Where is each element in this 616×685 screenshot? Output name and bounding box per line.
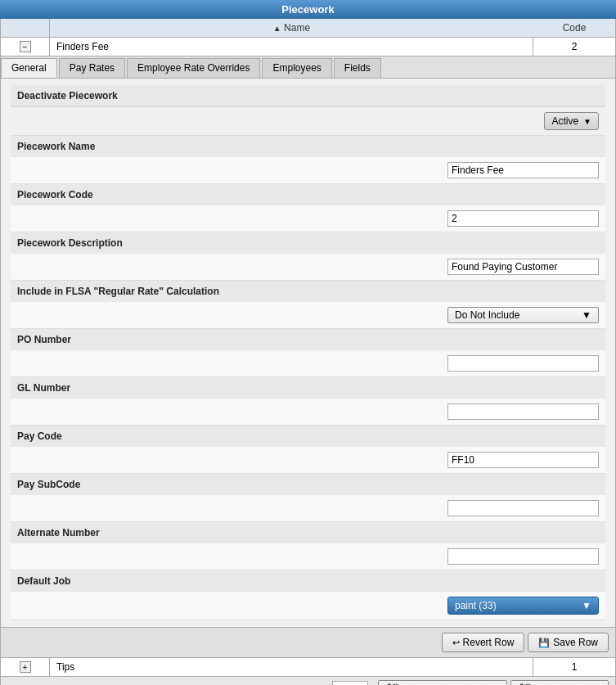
main-container: Piecework ▲ Name Code − Finders Fee 2 Ge…: [0, 0, 616, 685]
pay-subcode-input[interactable]: [447, 500, 599, 516]
revert-label: Revert Row: [463, 637, 515, 648]
default-job-dropdown-button[interactable]: paint (33) ▼: [447, 597, 599, 615]
row-code-cell: 2: [533, 38, 615, 56]
po-number-label: PO Number: [17, 334, 71, 345]
pay-code-label-row: Pay Code: [11, 426, 605, 447]
save-icon: 💾: [538, 638, 550, 648]
save-row-button[interactable]: 💾 Save Row: [528, 633, 609, 652]
bottom-row-name-value: Tips: [56, 661, 74, 673]
row-name-value: Finders Fee: [56, 41, 109, 52]
gl-number-section: GL Number: [11, 377, 605, 426]
bottom-row-name-cell: Tips: [50, 658, 533, 676]
piecework-description-label-row: Piecework Description: [11, 232, 605, 254]
bottom-expand-button[interactable]: +: [1, 658, 50, 676]
page-size-dropdown[interactable]: 100 ▼: [332, 681, 368, 685]
code-column-header[interactable]: Code: [533, 19, 615, 37]
po-number-input-row: [11, 350, 605, 376]
plus-icon[interactable]: +: [20, 661, 31, 673]
name-column-header[interactable]: ▲ Name: [50, 19, 533, 37]
default-job-arrow: ▼: [582, 600, 591, 611]
dropdown-arrow-icon: ▼: [583, 117, 591, 126]
default-job-input-row: paint (33) ▼: [11, 592, 605, 620]
row-code-value: 2: [572, 41, 578, 52]
gl-number-label-row: GL Number: [11, 377, 605, 399]
po-number-input[interactable]: [447, 355, 599, 372]
po-number-label-row: PO Number: [11, 329, 605, 350]
piecework-name-input-row: [11, 157, 605, 183]
piecework-code-input-row: [11, 205, 605, 232]
default-job-label: Default Job: [17, 575, 70, 587]
save-label: Save Row: [553, 637, 598, 648]
piecework-name-label-row: Piecework Name: [11, 136, 605, 157]
tab-fields[interactable]: Fields: [334, 58, 381, 78]
export-row: 100 ▼ 💾 Export displayed rows 💾 Export a…: [0, 677, 616, 685]
bottom-row-code-value: 1: [572, 661, 578, 673]
piecework-description-section: Piecework Description: [11, 232, 605, 281]
tab-employees[interactable]: Employees: [262, 58, 331, 78]
bottom-grid-row: + Tips 1: [0, 658, 616, 677]
alternate-number-input-row: [11, 543, 605, 570]
flsa-label-row: Include in FLSA "Regular Rate" Calculati…: [11, 281, 605, 302]
pay-code-input[interactable]: [447, 452, 599, 468]
alternate-number-label: Alternate Number: [17, 527, 100, 539]
action-buttons: ↩ Revert Row 💾 Save Row: [1, 627, 615, 657]
deactivate-label: Deactivate Piecework: [17, 90, 599, 101]
pay-subcode-section: Pay SubCode: [11, 474, 605, 522]
default-job-value: paint (33): [455, 600, 497, 611]
piecework-description-input-row: [11, 254, 605, 280]
sort-arrow-icon: ▲: [273, 24, 281, 33]
piecework-name-label: Piecework Name: [17, 141, 95, 152]
pay-subcode-label-row: Pay SubCode: [11, 474, 605, 495]
alternate-number-section: Alternate Number: [11, 522, 605, 570]
tab-bar: General Pay Rates Employee Rate Override…: [1, 56, 615, 79]
grid-header: ▲ Name Code: [0, 19, 616, 38]
export-displayed-button[interactable]: 💾 Export displayed rows: [378, 680, 507, 685]
piecework-description-label: Piecework Description: [17, 237, 123, 249]
code-column-label: Code: [563, 22, 587, 34]
pay-subcode-label: Pay SubCode: [17, 479, 80, 490]
flsa-dropdown-button[interactable]: Do Not Include ▼: [447, 307, 599, 323]
flsa-dropdown-arrow: ▼: [582, 309, 591, 321]
gl-number-input[interactable]: [447, 403, 599, 420]
pay-subcode-input-row: [11, 495, 605, 521]
tab-panel: General Pay Rates Employee Rate Override…: [0, 56, 616, 658]
piecework-code-input[interactable]: [447, 210, 599, 227]
alternate-number-label-row: Alternate Number: [11, 522, 605, 543]
piecework-name-input[interactable]: [447, 162, 599, 178]
piecework-code-label: Piecework Code: [17, 189, 93, 201]
title-label: Piecework: [281, 3, 334, 16]
grid-data-row: − Finders Fee 2: [0, 38, 616, 56]
expand-button[interactable]: −: [1, 38, 50, 56]
revert-icon: ↩: [452, 638, 460, 648]
pay-code-section: Pay Code: [11, 426, 605, 474]
export-all-button[interactable]: 💾 Export all rows: [510, 680, 609, 685]
minus-icon[interactable]: −: [20, 41, 31, 52]
form-content: Deactivate Piecework Active ▼ Piecework …: [1, 79, 615, 627]
piecework-description-input[interactable]: [447, 259, 599, 275]
active-dropdown-button[interactable]: Active ▼: [544, 112, 599, 130]
tab-general[interactable]: General: [1, 58, 57, 78]
name-column-label: Name: [284, 22, 310, 34]
default-job-section: Default Job paint (33) ▼: [11, 570, 605, 620]
revert-row-button[interactable]: ↩ Revert Row: [442, 633, 525, 652]
piecework-code-section: Piecework Code: [11, 184, 605, 232]
pay-code-label: Pay Code: [17, 430, 62, 442]
piecework-name-section: Piecework Name: [11, 136, 605, 184]
flsa-input-row: Do Not Include ▼: [11, 302, 605, 328]
po-number-section: PO Number: [11, 329, 605, 377]
flsa-label: Include in FLSA "Regular Rate" Calculati…: [17, 286, 219, 297]
tab-employee-rate-overrides[interactable]: Employee Rate Overrides: [127, 58, 260, 78]
gl-number-label: GL Number: [17, 382, 70, 394]
gl-number-input-row: [11, 399, 605, 425]
tab-pay-rates[interactable]: Pay Rates: [59, 58, 125, 78]
alternate-number-input[interactable]: [447, 548, 599, 565]
pay-code-input-row: [11, 447, 605, 473]
flsa-section: Include in FLSA "Regular Rate" Calculati…: [11, 281, 605, 329]
piecework-code-label-row: Piecework Code: [11, 184, 605, 205]
status-row: Active ▼: [11, 107, 605, 136]
flsa-dropdown-value: Do Not Include: [455, 309, 519, 321]
deactivate-section-header: Deactivate Piecework: [11, 85, 605, 107]
status-dropdown[interactable]: Active ▼: [544, 112, 599, 130]
bottom-row-code-cell: 1: [533, 658, 615, 676]
active-dropdown-value: Active: [551, 115, 578, 127]
